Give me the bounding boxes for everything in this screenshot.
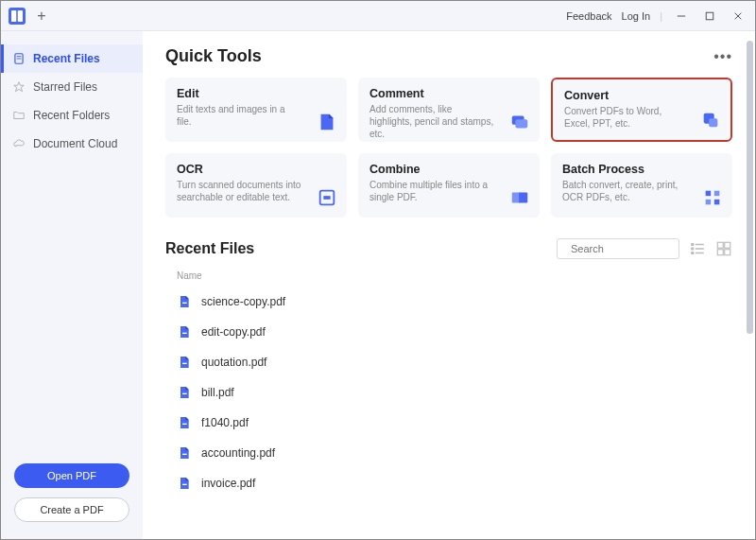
- minimize-button[interactable]: [672, 7, 691, 26]
- svg-rect-30: [717, 242, 723, 248]
- svg-rect-31: [725, 242, 730, 248]
- quick-tools-grid: EditEdit texts and images in a file.Comm…: [165, 78, 732, 218]
- file-name: edit-copy.pdf: [201, 325, 266, 339]
- recent-icon: [12, 52, 26, 65]
- quick-tools-more-icon[interactable]: •••: [713, 48, 732, 65]
- create-pdf-button[interactable]: Create a PDF: [14, 497, 129, 522]
- sidebar-item-recent-folders[interactable]: Recent Folders: [1, 101, 143, 130]
- maximize-button[interactable]: [700, 7, 719, 26]
- sidebar-item-label: Recent Files: [33, 52, 100, 65]
- file-row[interactable]: bill.pdf: [165, 377, 732, 408]
- titlebar: + Feedback Log In |: [1, 1, 755, 31]
- titlebar-right: Feedback Log In |: [566, 7, 747, 26]
- scrollbar-thumb[interactable]: [747, 41, 753, 334]
- sidebar-item-starred-files[interactable]: Starred Files: [1, 73, 143, 101]
- file-row[interactable]: f1040.pdf: [165, 408, 732, 438]
- svg-rect-1: [18, 10, 23, 22]
- file-row[interactable]: science-copy.pdf: [165, 287, 732, 317]
- pdf-file-icon: [177, 324, 192, 340]
- grid-view-icon[interactable]: [715, 240, 732, 257]
- svg-rect-19: [714, 191, 720, 197]
- file-row[interactable]: edit-copy.pdf: [165, 317, 732, 347]
- tool-card-batch-process[interactable]: Batch ProcessBatch convert, create, prin…: [551, 153, 732, 218]
- combine-icon: [509, 187, 530, 208]
- pdf-file-icon: [177, 355, 192, 370]
- sidebar-item-label: Document Cloud: [33, 137, 117, 150]
- svg-rect-32: [717, 250, 723, 255]
- close-button[interactable]: [729, 7, 747, 26]
- titlebar-left: +: [9, 8, 48, 25]
- svg-rect-15: [323, 196, 330, 200]
- svg-rect-27: [696, 248, 704, 250]
- tool-card-combine[interactable]: CombineCombine multiple files into a sin…: [358, 153, 540, 218]
- sidebar-item-label: Recent Folders: [33, 109, 110, 122]
- file-name: invoice.pdf: [201, 477, 255, 490]
- sidebar-item-document-cloud[interactable]: Document Cloud: [1, 130, 143, 158]
- svg-rect-25: [696, 244, 704, 246]
- svg-rect-38: [182, 424, 187, 425]
- feedback-link[interactable]: Feedback: [566, 10, 611, 22]
- pdf-file-icon: [177, 415, 192, 430]
- search-box[interactable]: [557, 238, 679, 259]
- tool-card-description: Edit texts and images in a file.: [177, 103, 335, 128]
- file-name: quotation.pdf: [201, 356, 266, 369]
- quick-tools-title: Quick Tools: [165, 46, 262, 66]
- cloud-icon: [12, 137, 26, 150]
- batch-icon: [702, 187, 723, 208]
- tool-card-comment[interactable]: CommentAdd comments, like highlights, pe…: [358, 78, 540, 142]
- file-name: f1040.pdf: [201, 416, 249, 429]
- pdf-file-icon: [177, 294, 192, 309]
- svg-rect-26: [691, 248, 694, 251]
- svg-rect-40: [182, 484, 187, 485]
- star-icon: [12, 80, 26, 94]
- scrollbar[interactable]: [747, 41, 753, 530]
- file-row[interactable]: accounting.pdf: [165, 438, 732, 468]
- svg-rect-28: [691, 252, 694, 254]
- tool-card-description: Convert PDFs to Word, Excel, PPT, etc.: [564, 105, 719, 130]
- file-name: science-copy.pdf: [201, 295, 285, 308]
- titlebar-separator: |: [660, 10, 662, 22]
- tool-card-title: Combine: [369, 163, 528, 176]
- svg-rect-33: [725, 250, 730, 255]
- tool-card-title: Comment: [369, 87, 528, 100]
- tool-card-description: Batch convert, create, print, OCR PDFs, …: [562, 179, 721, 203]
- folder-icon: [12, 109, 26, 122]
- pdf-file-icon: [177, 445, 192, 461]
- svg-marker-9: [14, 82, 25, 92]
- tool-card-title: Convert: [564, 89, 719, 102]
- file-row[interactable]: invoice.pdf: [165, 468, 732, 498]
- comment-icon: [509, 112, 530, 132]
- pdf-file-icon: [177, 476, 192, 491]
- svg-rect-3: [706, 12, 713, 20]
- list-view-icon[interactable]: [689, 240, 706, 257]
- tool-card-description: Add comments, like highlights, pencil an…: [369, 103, 528, 140]
- tool-card-title: Edit: [177, 87, 335, 100]
- svg-rect-37: [182, 393, 187, 394]
- svg-rect-34: [182, 303, 187, 304]
- svg-rect-13: [709, 118, 717, 127]
- svg-rect-35: [182, 333, 187, 334]
- sidebar-item-recent-files[interactable]: Recent Files: [1, 44, 143, 73]
- ocr-icon: [317, 187, 337, 208]
- recent-files-title: Recent Files: [165, 240, 254, 257]
- tool-card-description: Combine multiple files into a single PDF…: [369, 179, 528, 203]
- new-tab-button[interactable]: +: [35, 9, 48, 23]
- svg-rect-0: [11, 10, 16, 22]
- svg-rect-29: [696, 253, 704, 254]
- tool-card-edit[interactable]: EditEdit texts and images in a file.: [165, 78, 347, 142]
- tool-card-convert[interactable]: ConvertConvert PDFs to Word, Excel, PPT,…: [551, 78, 732, 142]
- main-panel: Quick Tools ••• EditEdit texts and image…: [143, 31, 755, 539]
- login-link[interactable]: Log In: [622, 10, 651, 22]
- tool-card-description: Turn scanned documents into searchable o…: [177, 179, 335, 203]
- tool-card-ocr[interactable]: OCRTurn scanned documents into searchabl…: [165, 153, 347, 218]
- svg-rect-18: [706, 191, 712, 197]
- svg-rect-20: [706, 200, 712, 205]
- file-row[interactable]: quotation.pdf: [165, 347, 732, 377]
- sidebar-item-label: Starred Files: [33, 80, 97, 94]
- svg-rect-36: [182, 363, 187, 364]
- search-input[interactable]: [571, 243, 701, 254]
- recent-files-controls: [557, 238, 732, 259]
- svg-rect-11: [515, 119, 527, 128]
- name-column-header: Name: [165, 267, 732, 287]
- open-pdf-button[interactable]: Open PDF: [14, 463, 129, 488]
